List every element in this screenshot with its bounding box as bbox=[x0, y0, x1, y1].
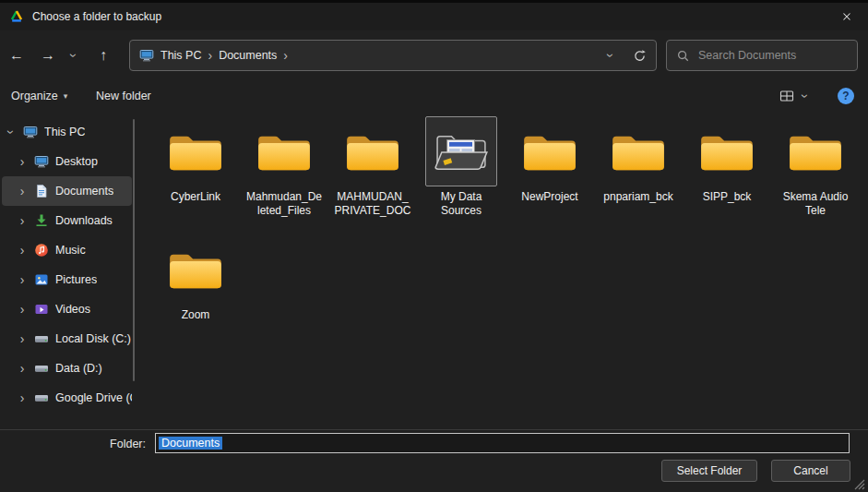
chevron-right-icon[interactable]: › bbox=[17, 214, 28, 227]
forward-arrow-icon: → bbox=[41, 47, 55, 64]
folder-item-mahmudan-private-doc[interactable]: MAHMUDAN_PRIVATE_DOC bbox=[328, 116, 417, 234]
breadcrumb-documents[interactable]: Documents bbox=[219, 49, 277, 62]
pc-icon bbox=[23, 125, 38, 139]
computer-icon bbox=[139, 48, 154, 63]
folder-icon bbox=[602, 116, 674, 186]
folder-name: Zoom bbox=[182, 308, 210, 322]
sidebar-item-label: Documents bbox=[55, 185, 113, 198]
chevron-right-icon[interactable]: › bbox=[17, 155, 28, 168]
sidebar-item-google-drive[interactable]: › Google Drive (G bbox=[2, 383, 132, 413]
sidebar-item-label: Data (D:) bbox=[55, 362, 102, 375]
breadcrumb-chevron-icon[interactable]: › bbox=[283, 49, 288, 62]
sidebar-item-pictures[interactable]: › Pictures bbox=[2, 265, 132, 294]
sidebar-item-data-d[interactable]: › Data (D:) bbox=[2, 354, 132, 383]
sidebar-item-local-disk-c[interactable]: › Local Disk (C:) bbox=[2, 324, 132, 354]
select-folder-button[interactable]: Select Folder bbox=[661, 460, 757, 482]
chevron-down-icon: › bbox=[799, 94, 812, 99]
folder-name: pnpariam_bck bbox=[603, 190, 672, 204]
sidebar-item-label: Desktop bbox=[55, 155, 98, 168]
up-arrow-icon: ↑ bbox=[100, 47, 107, 64]
sidebar-item-label: Local Disk (C:) bbox=[55, 332, 131, 345]
titlebar: Choose a folder to backup bbox=[0, 3, 868, 30]
hard-drive-icon bbox=[34, 331, 49, 346]
breadcrumb-this-pc[interactable]: This PC bbox=[161, 49, 201, 62]
chevron-right-icon[interactable]: › bbox=[17, 332, 28, 345]
chevron-right-icon[interactable]: › bbox=[17, 391, 28, 404]
pictures-icon bbox=[34, 272, 49, 287]
folder-icon bbox=[779, 116, 851, 186]
document-icon bbox=[34, 184, 49, 198]
folder-icon bbox=[160, 116, 232, 186]
help-button[interactable]: ? bbox=[838, 88, 854, 104]
sidebar-item-label: Music bbox=[55, 244, 86, 257]
question-mark-icon: ? bbox=[842, 90, 849, 102]
folder-name: NewProject bbox=[521, 190, 577, 204]
back-button[interactable]: ← bbox=[4, 42, 30, 68]
folder-icon bbox=[337, 116, 409, 186]
address-dropdown-chevron-icon[interactable]: › bbox=[605, 54, 618, 58]
sidebar-item-videos[interactable]: › Videos bbox=[2, 294, 132, 324]
recent-locations-button[interactable]: › bbox=[65, 42, 83, 68]
hard-drive-icon bbox=[34, 390, 49, 405]
chevron-right-icon[interactable]: › bbox=[17, 303, 28, 316]
change-view-button[interactable] bbox=[779, 82, 794, 110]
chevron-right-icon[interactable]: › bbox=[17, 273, 28, 286]
new-folder-button[interactable]: New folder bbox=[96, 82, 151, 110]
folder-name-input[interactable]: Documents bbox=[155, 433, 850, 453]
sidebar-item-label: Pictures bbox=[55, 273, 97, 286]
chevron-right-icon[interactable]: › bbox=[17, 185, 28, 198]
folder-name: CyberLink bbox=[171, 190, 220, 204]
data-sources-folder-icon bbox=[425, 116, 497, 186]
caret-down-icon: ▾ bbox=[64, 91, 68, 101]
navigation-pane: › This PC › Desktop › Documents › Downlo… bbox=[2, 117, 132, 413]
folder-item-zoom[interactable]: Zoom bbox=[151, 234, 240, 353]
download-icon bbox=[34, 213, 49, 228]
folder-picker-dialog: Choose a folder to backup ← → › ↑ This P… bbox=[0, 0, 868, 492]
view-dropdown-button[interactable]: › bbox=[803, 82, 808, 110]
back-arrow-icon: ← bbox=[9, 47, 24, 64]
breadcrumb-chevron-icon[interactable]: › bbox=[208, 49, 212, 62]
organize-menu-button[interactable]: Organize ▾ bbox=[11, 82, 67, 110]
search-input[interactable] bbox=[698, 49, 848, 62]
sidebar-item-downloads[interactable]: › Downloads bbox=[2, 206, 132, 235]
new-folder-label: New folder bbox=[96, 90, 151, 102]
forward-button[interactable]: → bbox=[35, 42, 61, 68]
sidebar-item-this-pc[interactable]: › This PC bbox=[2, 117, 132, 147]
cancel-button[interactable]: Cancel bbox=[771, 460, 850, 482]
sidebar-item-documents[interactable]: › Documents bbox=[2, 176, 132, 206]
sidebar-scrollbar[interactable] bbox=[133, 119, 135, 381]
sidebar-item-desktop[interactable]: › Desktop bbox=[2, 147, 132, 176]
refresh-icon[interactable] bbox=[633, 49, 647, 63]
folder-item-mahmudan-deleted-files[interactable]: Mahmudan_Deleted_Files bbox=[240, 116, 328, 234]
folder-name: SIPP_bck bbox=[703, 190, 752, 204]
folder-item-pnpariam-bck[interactable]: pnpariam_bck bbox=[594, 116, 683, 234]
videos-icon bbox=[34, 302, 49, 317]
monitor-icon bbox=[34, 154, 49, 169]
search-box[interactable] bbox=[666, 40, 858, 71]
chevron-down-icon[interactable]: › bbox=[5, 126, 18, 138]
music-icon bbox=[34, 243, 49, 258]
footer-divider bbox=[0, 429, 868, 430]
close-icon bbox=[840, 10, 853, 23]
folder-icon bbox=[691, 116, 763, 186]
up-button[interactable]: ↑ bbox=[90, 42, 116, 68]
folder-name: Mahmudan_Deleted_Files bbox=[245, 190, 323, 218]
file-list: CyberLink Mahmudan_Deleted_Files MAHMUDA… bbox=[151, 116, 860, 353]
resize-grip-icon[interactable] bbox=[854, 479, 865, 490]
address-bar[interactable]: This PC › Documents › › bbox=[129, 40, 657, 71]
sidebar-item-label: This PC bbox=[44, 126, 85, 138]
folder-item-skema-audio-tele[interactable]: Skema Audio Tele bbox=[771, 116, 860, 234]
folder-item-sipp-bck[interactable]: SIPP_bck bbox=[683, 116, 771, 234]
chevron-right-icon[interactable]: › bbox=[17, 244, 28, 257]
organize-label: Organize bbox=[11, 90, 58, 102]
folder-field-label: Folder: bbox=[100, 438, 146, 450]
folder-item-my-data-sources[interactable]: My Data Sources bbox=[417, 116, 505, 234]
view-options-icon bbox=[779, 89, 794, 103]
folder-icon bbox=[514, 116, 586, 186]
folder-item-cyberlink[interactable]: CyberLink bbox=[151, 116, 240, 234]
folder-icon bbox=[248, 116, 320, 186]
chevron-right-icon[interactable]: › bbox=[17, 362, 28, 375]
sidebar-item-music[interactable]: › Music bbox=[2, 235, 132, 265]
folder-item-newproject[interactable]: NewProject bbox=[505, 116, 594, 234]
close-button[interactable] bbox=[826, 3, 868, 30]
